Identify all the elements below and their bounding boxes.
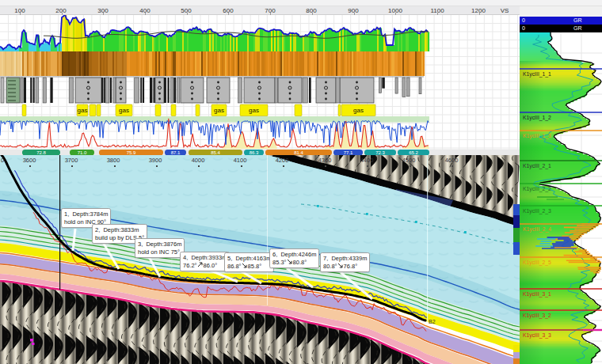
svg-text:gas: gas — [214, 107, 224, 114]
svg-text:gas: gas — [249, 107, 259, 114]
svg-text:K1ycIII_2_1: K1ycIII_2_1 — [523, 163, 551, 169]
svg-text:K1ycIII_2_5: K1ycIII_2_5 — [523, 260, 551, 266]
svg-text:gas: gas — [119, 107, 129, 114]
svg-text:K1ycIII_3_1: K1ycIII_3_1 — [523, 291, 551, 298]
svg-text:K1ycIII_3_3: K1ycIII_3_3 — [523, 332, 551, 339]
svg-text:K1ycIII_1_3: K1ycIII_1_3 — [523, 133, 551, 139]
svg-text:K1ycIII_1_2: K1ycIII_1_2 — [523, 115, 551, 121]
svg-text:K1ycIII_3_2: K1ycIII_3_2 — [523, 313, 551, 319]
svg-text:K1ycIII_2_2: K1ycIII_2_2 — [523, 186, 551, 192]
svg-text:gas: gas — [78, 107, 88, 114]
svg-text:gas: gas — [353, 107, 364, 114]
svg-text:K1ycIII_2_3: K1ycIII_2_3 — [523, 208, 551, 214]
svg-text:K1ycIII_1_1: K1ycIII_1_1 — [523, 71, 551, 78]
svg-text:K1ycIII_2_4: K1ycIII_2_4 — [523, 226, 551, 233]
